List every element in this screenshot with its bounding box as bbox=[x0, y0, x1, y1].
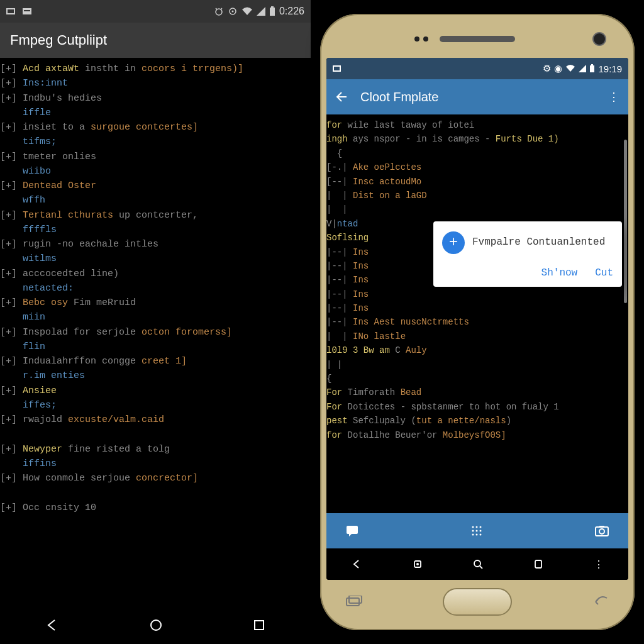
terminal-line: l0l9 3 Bw am C Auly bbox=[326, 343, 628, 357]
terminal-line: |--| Ins Aest nuscNctrmetts bbox=[326, 315, 628, 329]
notification-icon-2 bbox=[23, 7, 34, 16]
dialog-title: Fvmpalre Contuanlented bbox=[472, 235, 605, 251]
android-nav-bar bbox=[0, 606, 311, 644]
wifi-icon bbox=[242, 7, 253, 16]
svg-rect-15 bbox=[347, 526, 358, 534]
terminal-output[interactable]: for wile last taway of ioteiingh ays nsp… bbox=[326, 114, 628, 513]
battery-icon bbox=[589, 64, 595, 73]
terminal-line: |--| Ins bbox=[326, 287, 628, 301]
terminal-output[interactable]: [+] Acd axtaWt instht in cocors i trrgen… bbox=[0, 58, 311, 606]
svg-point-21 bbox=[480, 530, 482, 532]
back-arrow-icon[interactable] bbox=[334, 90, 348, 104]
camera-icon[interactable] bbox=[594, 525, 609, 537]
nav-home-icon[interactable] bbox=[412, 558, 423, 570]
alarm-icon bbox=[214, 6, 224, 16]
terminal-line: [-.| Ake oePlcctes bbox=[326, 160, 628, 174]
svg-rect-31 bbox=[535, 560, 541, 568]
nav-more-icon[interactable]: ⋮ bbox=[594, 558, 604, 570]
nav-search-icon[interactable] bbox=[472, 558, 484, 570]
terminal-line: wiibo bbox=[0, 164, 311, 179]
terminal-line: ingh ays nspor - in is camges - Furts Du… bbox=[326, 132, 628, 146]
svg-point-30 bbox=[474, 560, 480, 567]
terminal-line: | | bbox=[326, 358, 628, 372]
svg-point-22 bbox=[472, 534, 474, 536]
svg-point-17 bbox=[476, 526, 478, 528]
terminal-line: flin bbox=[0, 340, 311, 354]
terminal-line: [+] rugin -no eachale intles bbox=[0, 237, 311, 252]
svg-point-24 bbox=[480, 534, 482, 536]
right-phone-mockup: ⚙ ◉ 19:19 Cloot bbox=[311, 0, 644, 644]
svg-rect-7 bbox=[270, 8, 275, 16]
signal-icon bbox=[579, 65, 586, 72]
terminal-line: [+] Indualahrffon congge creet 1] bbox=[0, 354, 311, 369]
terminal-line: For Timforath Bead bbox=[326, 386, 628, 399]
svg-point-6 bbox=[231, 11, 233, 13]
notification-icon bbox=[6, 7, 18, 16]
dialog-cut-button[interactable]: Cut bbox=[595, 265, 613, 282]
terminal-line: wffh bbox=[0, 193, 311, 208]
nav-recent-icon[interactable] bbox=[253, 619, 265, 631]
terminal-line: r.im enties bbox=[0, 369, 311, 383]
terminal-line: { bbox=[326, 147, 628, 160]
nav-home-icon[interactable] bbox=[149, 618, 163, 632]
terminal-line: for wile last taway of iotei bbox=[326, 118, 628, 132]
terminal-line: [+] How conmole serjoue concrector] bbox=[0, 471, 311, 486]
terminal-line: [+] Ansiee bbox=[0, 384, 311, 398]
svg-point-16 bbox=[472, 526, 474, 528]
svg-rect-10 bbox=[255, 621, 264, 630]
svg-point-20 bbox=[476, 530, 478, 532]
scrollbar[interactable] bbox=[624, 140, 627, 303]
terminal-line: [+] Occ cnsity 10 bbox=[0, 501, 311, 515]
terminal-line: [+] Acd axtaWt instht in cocors i trrgen… bbox=[0, 62, 311, 76]
terminal-line: [+] rwajold excuste/valm.caid bbox=[0, 413, 311, 427]
terminal-line: [+] Bebc osy Fim meRruid bbox=[0, 296, 311, 310]
earpiece-speaker bbox=[440, 36, 515, 42]
terminal-line bbox=[0, 427, 311, 441]
terminal-line: | | INo lastle bbox=[326, 330, 628, 343]
dialog: + Fvmpalre Contuanlented Sh'now Cut bbox=[433, 221, 622, 287]
sync-icon: ◉ bbox=[554, 63, 562, 74]
plus-icon: + bbox=[442, 231, 465, 254]
chat-icon[interactable] bbox=[345, 524, 359, 538]
recent-apps-button[interactable] bbox=[345, 596, 363, 608]
svg-point-9 bbox=[151, 620, 161, 630]
app-bar: Fmpeg Cutpliipt bbox=[0, 23, 311, 58]
terminal-line: { bbox=[326, 372, 628, 386]
svg-point-29 bbox=[416, 563, 419, 565]
nav-back-icon[interactable] bbox=[351, 558, 362, 570]
terminal-line: [+] Tertanl cthurats up contcerter, bbox=[0, 208, 311, 223]
terminal-line: netacted: bbox=[0, 281, 311, 296]
status-bar: ⚙ ◉ 19:19 bbox=[326, 58, 628, 79]
terminal-line: tifms; bbox=[0, 135, 311, 149]
status-time: 19:19 bbox=[598, 64, 622, 74]
terminal-line: for Dotallhe Beuer'or MolbeysfO0S] bbox=[326, 428, 628, 442]
nav-recent-icon[interactable] bbox=[533, 558, 544, 570]
terminal-line: | | bbox=[326, 203, 628, 216]
notification-icon bbox=[333, 65, 343, 72]
dialog-show-button[interactable]: Sh'now bbox=[541, 265, 578, 282]
terminal-line: For Doticctes - spbstanmer to hot on fua… bbox=[326, 400, 628, 414]
terminal-line: |--| Ins bbox=[326, 301, 628, 315]
terminal-line: miin bbox=[0, 310, 311, 325]
keypad-icon[interactable] bbox=[470, 524, 484, 538]
more-menu-icon[interactable]: ⋮ bbox=[608, 90, 621, 104]
svg-point-19 bbox=[472, 530, 474, 532]
terminal-line: witlms bbox=[0, 252, 311, 266]
terminal-line: | | Dist on a laGD bbox=[326, 189, 628, 203]
svg-rect-1 bbox=[8, 9, 14, 13]
terminal-line bbox=[0, 486, 311, 500]
left-phone-screen: 0:226 Fmpeg Cutpliipt [+] Acd axtaWt ins… bbox=[0, 0, 311, 644]
svg-point-26 bbox=[599, 529, 604, 534]
terminal-line: pest Sefclupaly (tut a nette/nasls) bbox=[326, 414, 628, 428]
terminal-line: [+] acccocedted line) bbox=[0, 267, 311, 281]
wifi-icon bbox=[565, 65, 575, 72]
phone-frame: ⚙ ◉ 19:19 Cloot bbox=[320, 14, 635, 630]
front-camera bbox=[592, 32, 606, 46]
back-button[interactable] bbox=[592, 596, 609, 608]
phone-bezel-top bbox=[326, 20, 628, 58]
status-time: 0:226 bbox=[279, 6, 304, 17]
nav-back-icon[interactable] bbox=[45, 618, 59, 632]
app-title: Fmpeg Cutpliipt bbox=[10, 32, 107, 48]
home-button[interactable] bbox=[443, 588, 512, 616]
app-title: Cloot Fmplate bbox=[360, 90, 439, 104]
